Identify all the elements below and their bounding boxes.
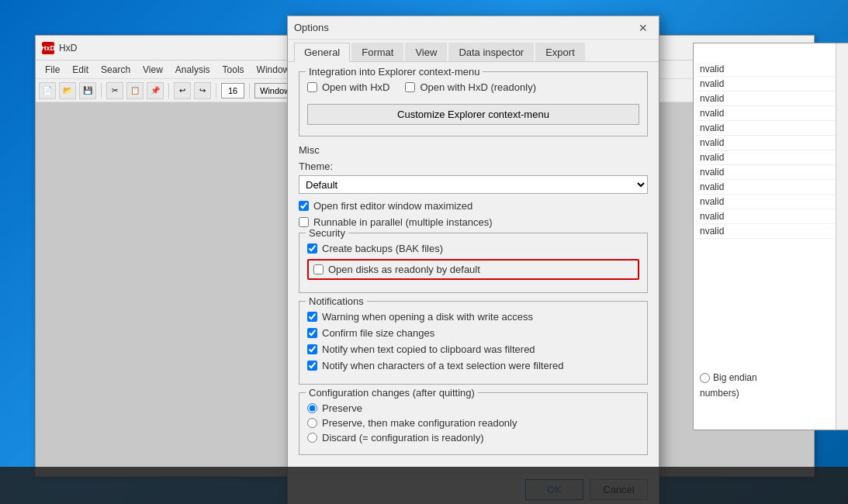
tab-data-inspector[interactable]: Data inspector (448, 43, 534, 61)
config-discard-label: Discard (= configuration is readonly) (322, 432, 483, 444)
runnable-parallel-checkbox[interactable] (299, 217, 309, 227)
dialog-title: Options (294, 22, 634, 33)
tab-general[interactable]: General (294, 43, 350, 62)
options-dialog: Options ✕ General Format View Data inspe… (287, 16, 659, 504)
toolbar-undo[interactable]: ↩ (174, 82, 191, 99)
config-changes-label: Configuration changes (after quitting) (306, 387, 478, 399)
right-panel-scrollbar[interactable] (836, 43, 848, 430)
dialog-tabs: General Format View Data inspector Expor… (288, 40, 659, 62)
create-backups-label: Create backups (BAK files) (322, 243, 443, 254)
open-readonly-row-highlighted: Open disks as readonly by default (307, 259, 639, 280)
config-preserve-readonly-row: Preserve, then make configuration readon… (307, 417, 639, 429)
toolbar-copy[interactable]: 📋 (126, 82, 144, 99)
config-preserve-readonly-radio[interactable] (307, 418, 317, 428)
confirm-filesize-label: Confirm file size changes (322, 327, 434, 339)
config-changes-group: Configuration changes (after quitting) P… (299, 392, 648, 455)
security-group-content: Create backups (BAK files) Open disks as… (307, 243, 639, 280)
toolbar-separator-4 (249, 83, 250, 98)
config-discard-radio[interactable] (307, 433, 317, 443)
toolbar-redo[interactable]: ↪ (194, 82, 211, 99)
list-item: nvalid (697, 150, 845, 165)
list-item: nvalid (697, 165, 845, 180)
list-item: nvalid (697, 195, 845, 209)
open-maximized-row: Open first editor window maximized (299, 200, 648, 212)
notification-row-4: Notify when characters of a text selecti… (307, 360, 639, 371)
open-hxd-row: Open with HxD (307, 81, 389, 93)
config-preserve-row: Preserve (307, 402, 639, 414)
config-changes-content: Preserve Preserve, then make configurati… (307, 402, 639, 444)
open-hxd-readonly-row: Open with HxD (readonly) (405, 81, 536, 93)
right-panel: ✕ nvalid nvalid nvalid nvalid nvalid nva… (693, 43, 848, 430)
dialog-titlebar: Options ✕ (288, 16, 659, 40)
list-item: nvalid (697, 180, 845, 195)
notifications-group-content: Warning when opening a disk with write a… (307, 311, 639, 371)
integration-group: Integration into Explorer context-menu O… (299, 71, 648, 136)
notify-selection-checkbox[interactable] (307, 361, 317, 371)
tab-view[interactable]: View (405, 43, 447, 61)
misc-section: Misc Theme: Default Open first editor wi… (299, 144, 648, 228)
list-item: nvalid (697, 121, 845, 136)
open-hxd-readonly-label: Open with HxD (readonly) (420, 81, 536, 93)
list-item: nvalid (697, 62, 845, 77)
toolbar-open[interactable]: 📂 (59, 82, 76, 99)
integration-group-content: Open with HxD Open with HxD (readonly) C… (307, 81, 639, 128)
customize-explorer-button[interactable]: Customize Explorer context-menu (307, 104, 639, 125)
security-group-label: Security (306, 227, 348, 239)
open-readonly-checkbox[interactable] (313, 264, 324, 274)
list-item: nvalid (697, 136, 845, 150)
toolbar-paste[interactable]: 📌 (147, 82, 164, 99)
list-item: nvalid (697, 106, 845, 121)
theme-select[interactable]: Default (299, 175, 648, 194)
menu-file[interactable]: File (39, 63, 66, 77)
big-endian-label: Big endian (700, 372, 757, 383)
create-backups-row: Create backups (BAK files) (307, 243, 639, 254)
open-maximized-checkbox[interactable] (299, 201, 309, 211)
warning-disk-write-checkbox[interactable] (307, 312, 317, 322)
integration-group-label: Integration into Explorer context-menu (306, 66, 483, 78)
config-preserve-radio[interactable] (307, 403, 317, 413)
toolbar-cut[interactable]: ✂ (106, 82, 123, 99)
menu-tools[interactable]: Tools (216, 63, 251, 77)
open-readonly-label: Open disks as readonly by default (328, 264, 480, 275)
desktop: HxD HxD ─ □ ✕ File Edit Search View Anal… (0, 0, 848, 504)
runnable-parallel-label: Runnable in parallel (multiple instances… (313, 216, 493, 228)
tab-export[interactable]: Export (535, 43, 585, 61)
security-group: Security Create backups (BAK files) Open… (299, 233, 648, 293)
menu-edit[interactable]: Edit (66, 63, 95, 77)
tab-format[interactable]: Format (351, 43, 403, 61)
warning-disk-write-label: Warning when opening a disk with write a… (322, 311, 533, 323)
right-panel-list: nvalid nvalid nvalid nvalid nvalid nvali… (694, 59, 848, 242)
toolbar-separator-2 (168, 83, 169, 98)
dialog-content: Integration into Explorer context-menu O… (288, 62, 659, 472)
big-endian-radio[interactable] (700, 373, 710, 383)
notification-row-2: Confirm file size changes (307, 327, 639, 339)
taskbar (0, 467, 848, 504)
dialog-close-button[interactable]: ✕ (634, 19, 652, 37)
open-hxd-label: Open with HxD (322, 81, 389, 93)
numbers-label: numbers) (700, 388, 739, 399)
menu-view[interactable]: View (137, 63, 169, 77)
theme-label: Theme: (299, 161, 648, 172)
menu-analysis[interactable]: Analysis (169, 63, 216, 77)
notifications-group-label: Notifications (306, 295, 367, 307)
open-hxd-checkbox[interactable] (307, 82, 317, 92)
toolbar-separator-3 (216, 83, 216, 98)
toolbar-new[interactable]: 📄 (39, 82, 56, 99)
notification-row-1: Warning when opening a disk with write a… (307, 311, 639, 323)
notify-clipboard-checkbox[interactable] (307, 344, 317, 354)
create-backups-checkbox[interactable] (307, 243, 317, 254)
integration-checkboxes: Open with HxD Open with HxD (readonly) (307, 81, 639, 98)
bytes-per-row-input[interactable] (221, 83, 244, 98)
open-hxd-readonly-checkbox[interactable] (405, 82, 415, 92)
list-item: nvalid (697, 209, 845, 224)
confirm-filesize-checkbox[interactable] (307, 328, 317, 338)
runnable-parallel-row: Runnable in parallel (multiple instances… (299, 216, 648, 228)
hxd-app-icon: HxD (42, 42, 54, 54)
list-item: nvalid (697, 77, 845, 91)
config-preserve-readonly-label: Preserve, then make configuration readon… (322, 417, 517, 429)
menu-search[interactable]: Search (95, 63, 137, 77)
open-maximized-label: Open first editor window maximized (313, 200, 472, 212)
toolbar-save[interactable]: 💾 (79, 82, 96, 99)
config-discard-row: Discard (= configuration is readonly) (307, 432, 639, 444)
list-item: nvalid (697, 91, 845, 106)
